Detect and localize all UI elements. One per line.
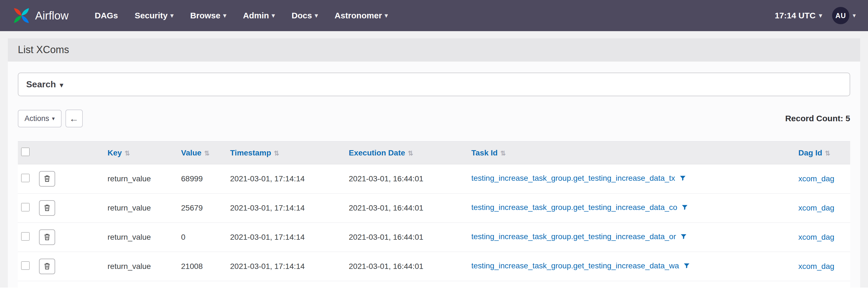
table-header-row: Key⇅ Value⇅ Timestamp⇅ Execution Date⇅ T… (18, 142, 850, 165)
nav-item-admin[interactable]: Admin ▾ (235, 11, 283, 20)
chevron-down-icon: ▾ (52, 116, 55, 121)
table-row: return_value 25679 2021-03-01, 17:14:14 … (18, 193, 850, 223)
filter-icon[interactable] (683, 262, 690, 271)
sort-dag-id-header[interactable]: Dag Id (798, 148, 822, 157)
row-checkbox[interactable] (21, 261, 30, 270)
nav-label: Astronomer (335, 11, 382, 20)
nav-item-astronomer[interactable]: Astronomer ▾ (326, 11, 396, 20)
search-label: Search (26, 79, 56, 89)
chevron-down-icon: ▾ (315, 12, 318, 19)
xcom-timestamp: 2021-03-01, 17:14:14 (230, 193, 349, 223)
nav-item-security[interactable]: Security ▾ (126, 11, 182, 20)
xcom-execution-date: 2021-03-01, 16:44:01 (349, 223, 471, 252)
navbar-right: 17:14 UTC ▾ AU ▾ (775, 7, 856, 24)
trash-icon (43, 233, 51, 242)
row-checkbox[interactable] (21, 232, 30, 241)
back-button[interactable]: ← (65, 110, 83, 127)
table-row: return_value 0 2021-03-01, 17:14:14 2021… (18, 223, 850, 252)
xcom-key: return_value (107, 193, 181, 223)
table-row: return_value 21008 2021-03-01, 17:14:14 … (18, 252, 850, 281)
panel-body: Search ▾ Actions ▾ ← Record Count: 5 (8, 62, 860, 292)
task-id-link[interactable]: testing_increase_task_group.get_testing_… (471, 174, 675, 182)
chevron-down-icon: ▾ (819, 12, 822, 19)
sort-execution-date-header[interactable]: Execution Date (349, 148, 405, 157)
xcom-execution-date: 2021-03-01, 16:44:01 (349, 193, 471, 223)
sort-key-header[interactable]: Key (107, 148, 122, 157)
search-panel-toggle[interactable]: Search ▾ (18, 73, 850, 96)
timezone-dropdown[interactable]: 17:14 UTC ▾ (775, 11, 822, 20)
row-checkbox[interactable] (21, 203, 30, 211)
task-id-link[interactable]: testing_increase_task_group.get_testing_… (471, 203, 677, 212)
nav-item-browse[interactable]: Browse ▾ (182, 11, 235, 20)
actions-button[interactable]: Actions ▾ (18, 110, 62, 127)
xcom-key: return_value (107, 223, 181, 252)
task-id-link[interactable]: testing_increase_task_group.get_testing_… (471, 232, 676, 241)
xcom-timestamp: 2021-03-01, 17:14:14 (230, 252, 349, 281)
chevron-down-icon: ▾ (385, 12, 388, 19)
dag-id-link[interactable]: xcom_dag (798, 233, 834, 242)
content-area: List XComs Search ▾ Actions ▾ ← Record C… (0, 31, 868, 292)
task-id-link[interactable]: testing_increase_task_group.get_testing_… (471, 261, 679, 270)
xcom-key: return_value (107, 165, 181, 193)
filter-icon[interactable] (681, 204, 688, 213)
sort-icon[interactable]: ⇅ (408, 150, 413, 157)
xcom-execution-date: 2021-03-01, 16:44:01 (349, 165, 471, 193)
chevron-down-icon: ▾ (223, 12, 226, 19)
sort-icon[interactable]: ⇅ (204, 150, 210, 157)
xcom-key: return_value (107, 252, 181, 281)
clock-label: 17:14 UTC (775, 11, 816, 20)
nav-item-docs[interactable]: Docs ▾ (283, 11, 326, 20)
row-checkbox[interactable] (21, 174, 30, 182)
footer-strip (0, 288, 868, 292)
brand-name: Airflow (35, 9, 68, 22)
navbar: Airflow DAGs Security ▾ Browse ▾ Admin ▾… (0, 0, 868, 31)
nav-label: DAGs (95, 11, 118, 20)
xcom-execution-date: 2021-03-01, 16:44:01 (349, 252, 471, 281)
xcom-timestamp: 2021-03-01, 17:14:14 (230, 223, 349, 252)
toolbar: Actions ▾ ← Record Count: 5 (18, 110, 850, 127)
main-menu: DAGs Security ▾ Browse ▾ Admin ▾ Docs ▾ … (86, 11, 396, 20)
table-row: return_value 68999 2021-03-01, 17:14:14 … (18, 165, 850, 193)
page-title: List XComs (8, 38, 860, 62)
xcom-value: 0 (181, 223, 230, 252)
filter-icon[interactable] (679, 175, 686, 184)
dag-id-link[interactable]: xcom_dag (798, 204, 834, 212)
sort-icon[interactable]: ⇅ (125, 150, 130, 157)
record-count: Record Count: 5 (785, 114, 850, 123)
nav-item-dags[interactable]: DAGs (86, 11, 126, 20)
chevron-down-icon: ▾ (853, 12, 856, 19)
trash-icon (43, 204, 51, 213)
sort-task-id-header[interactable]: Task Id (471, 148, 497, 157)
xcom-value: 21008 (181, 252, 230, 281)
sort-icon[interactable]: ⇅ (274, 150, 279, 157)
delete-row-button[interactable] (39, 229, 55, 245)
trash-icon (43, 262, 51, 271)
filter-icon[interactable] (680, 233, 687, 242)
nav-label: Docs (292, 11, 312, 20)
airflow-logo-icon (12, 6, 31, 25)
sort-icon[interactable]: ⇅ (500, 150, 505, 157)
dag-id-link[interactable]: xcom_dag (798, 174, 834, 183)
xcom-timestamp: 2021-03-01, 17:14:14 (230, 165, 349, 193)
nav-label: Security (134, 11, 167, 20)
sort-icon[interactable]: ⇅ (825, 150, 830, 157)
delete-row-button[interactable] (39, 200, 55, 216)
user-menu[interactable]: AU ▾ (832, 7, 856, 24)
list-xcoms-panel: List XComs Search ▾ Actions ▾ ← Record C… (8, 38, 860, 292)
delete-row-button[interactable] (39, 171, 55, 187)
trash-icon (43, 175, 51, 183)
actions-column-header (37, 142, 107, 165)
dag-id-link[interactable]: xcom_dag (798, 262, 834, 270)
nav-label: Admin (243, 11, 269, 20)
avatar: AU (832, 7, 849, 24)
select-all-checkbox[interactable] (21, 148, 30, 156)
brand[interactable]: Airflow (12, 6, 68, 25)
actions-label: Actions (25, 114, 49, 123)
back-arrow-icon: ← (69, 113, 79, 124)
chevron-down-icon: ▾ (170, 12, 174, 19)
delete-row-button[interactable] (39, 259, 55, 274)
sort-value-header[interactable]: Value (181, 148, 202, 157)
chevron-down-icon: ▾ (272, 12, 275, 19)
sort-timestamp-header[interactable]: Timestamp (230, 148, 271, 157)
chevron-down-icon: ▾ (60, 82, 63, 88)
